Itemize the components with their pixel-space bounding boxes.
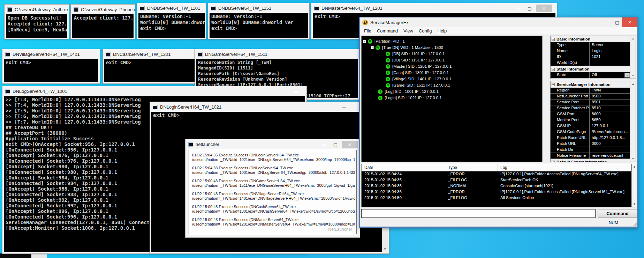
console-icon [5, 52, 10, 57]
minimize-button[interactable] [603, 17, 612, 27]
close-button[interactable] [342, 141, 358, 148]
tree-node-label: [Village] SID : 1401 IP : 127.0.0.1 [392, 77, 452, 81]
property-row[interactable]: Service Port8501 [551, 99, 630, 105]
tree-node[interactable]: S [Master] SID : 1201 IP : 127.0.0.1 [363, 63, 542, 69]
command-input[interactable] [361, 209, 596, 218]
scroll-down-icon[interactable] [630, 156, 636, 162]
property-row[interactable]: ID1021 [551, 54, 630, 60]
log-row[interactable]: 2015-01-02 15:04:34 _ERROR IP[127.0.0.1]… [362, 171, 631, 177]
collapse-icon[interactable] [552, 38, 555, 41]
log-row[interactable]: 2015-01-02 15:04:50 _FILELOG All Service… [362, 195, 631, 201]
close-button[interactable] [622, 17, 637, 27]
scrollbar[interactable] [630, 81, 636, 162]
property-row-state[interactable]: State Off [551, 72, 630, 78]
property-row[interactable]: Service Patcher Port8510 [551, 105, 630, 111]
prop-section-header[interactable]: State Information [551, 66, 630, 72]
tree-node[interactable]: S [Cash] SID : 1301 IP : 127.0.0.1 [363, 69, 542, 76]
scrollbar[interactable] [631, 164, 637, 207]
column-header-log[interactable]: Log [498, 164, 631, 171]
menu-item[interactable]: Command [374, 28, 401, 34]
property-row[interactable]: TypeServer [551, 42, 630, 48]
log-row[interactable]: 2015-01-02 15:04:36 _ERROR IP[127.0.0.1]… [362, 189, 631, 195]
title-bar[interactable]: C:\sever\Gateway_Phone.exe [71, 5, 135, 14]
console-window-dncash-1301: DNCashServer64_TW_1301 exit CMD> [103, 49, 197, 84]
tree-node[interactable]: S [Village] SID : 1401 IP : 127.0.0.1 [363, 76, 542, 82]
property-row[interactable]: Patch Base URLhttp://127.0.0.1:8... [551, 135, 630, 141]
close-button[interactable] [536, 5, 552, 12]
property-row[interactable]: World ID(s) [551, 60, 630, 66]
prop-section-header[interactable]: ServiceManager Information [551, 81, 630, 88]
menu-item[interactable]: Help [434, 28, 449, 34]
property-row[interactable]: GSM CodePage/Server/adminrequ... [551, 129, 630, 135]
property-row[interactable]: Patch Dir [551, 147, 630, 153]
resize-grip-icon[interactable] [633, 221, 637, 226]
tree-node[interactable]: - W [True DN] WID : 1 MaxUser : 1500 [363, 44, 542, 51]
maximize-button[interactable] [525, 5, 535, 12]
tree-node[interactable]: S [Game] SID : 1511 IP : 127.0.0.1 [363, 82, 542, 88]
console-icon [74, 7, 78, 12]
maximize-button[interactable] [612, 17, 622, 27]
scroll-down-icon[interactable] [632, 201, 637, 207]
title-bar[interactable]: D ServiceManagerEx [360, 17, 637, 27]
title-bar[interactable]: C:\sever\Gateway_Auth.exe [5, 5, 69, 14]
minimize-button[interactable] [319, 141, 329, 148]
title-bar[interactable]: DNDBServer64_TW_1151 [208, 3, 309, 13]
tree-node[interactable]: S [Log] SID : 1001 IP : 127.0.0.1 [363, 88, 542, 95]
property-row[interactable]: Patch URL0000 [551, 141, 630, 147]
column-header-type[interactable]: Type [445, 164, 498, 171]
menu-item[interactable]: Config [416, 28, 435, 34]
prop-section-header[interactable]: Basic Information [551, 36, 630, 42]
property-row[interactable]: Notice Filenamereservenotice.xml [551, 153, 630, 159]
tree-node[interactable]: S [DB] SID : 1101 IP : 127.0.0.1 [363, 51, 542, 57]
taskbar-icon-fragment[interactable] [31, 253, 47, 258]
property-row[interactable]: RegionTWN [551, 88, 630, 94]
tree-node[interactable]: S [DB] SID : 1151 IP : 127.0.0.1 [363, 57, 542, 63]
collapse-icon[interactable] [552, 68, 555, 71]
panel-splitter[interactable] [543, 36, 550, 162]
property-row[interactable]: Monitor Port8650 [551, 117, 630, 123]
maximize-button[interactable] [331, 141, 340, 148]
launch-entry: 01/02 15:00:43 Execute Success (DNGameSe… [192, 179, 355, 188]
console-window-dnvillage-1401: DNVillageServerRH64_TW_1401 exit CMD> [2, 49, 100, 84]
scroll-down-icon[interactable] [382, 246, 388, 252]
scrollbar[interactable] [630, 36, 636, 79]
log-row[interactable]: 2015-01-02 15:04:35 _FILELOG StartServic… [362, 177, 631, 183]
command-button[interactable]: Command [598, 209, 637, 218]
scroll-up-icon[interactable] [630, 81, 636, 87]
title-bar[interactable]: DNLogServer64_TW_1001 [2, 86, 306, 96]
scroll-up-icon[interactable] [632, 164, 637, 170]
title-bar[interactable]: DNVillageServerRH64_TW_1401 [2, 49, 100, 59]
property-row[interactable]: NameLogin [551, 48, 630, 54]
log-row[interactable]: 2015-01-02 15:04:35 _NORMAL ConsoleCmd [… [362, 183, 631, 189]
property-row[interactable]: GSM Port8600 [551, 111, 630, 117]
service-status-icon: S [378, 89, 382, 94]
column-header-date[interactable]: Date [362, 164, 445, 171]
console-icon [140, 6, 145, 10]
tree-node-label: [Partition] PID : 1 [374, 39, 405, 43]
title-bar[interactable]: DNDBServer64_TW_1101 [137, 3, 206, 13]
tree-node[interactable]: S [Login] SID : 1021 IP : 127.0.0.1 [363, 95, 542, 101]
expand-icon[interactable] [552, 161, 555, 162]
title-bar[interactable]: DNLoginServerH64_TW_1021 [150, 102, 389, 112]
property-row[interactable]: GSM IP127.0.0.1 [551, 123, 630, 129]
minimize-button[interactable] [514, 5, 523, 12]
collapse-icon[interactable] [552, 83, 555, 86]
window-title: C:\sever\Gateway_Auth.exe [15, 7, 69, 12]
title-bar[interactable]: DNCashServer64_TW_1301 [103, 49, 196, 59]
menu-item[interactable]: File [361, 28, 374, 34]
scroll-up-icon[interactable] [630, 36, 636, 42]
menu-item[interactable]: View [401, 28, 416, 34]
property-row[interactable]: NetLauncher Port8500 [551, 94, 630, 99]
title-bar[interactable]: DNGameServerH64_TW_1511 [195, 49, 359, 59]
taskbar-fragment[interactable] [0, 253, 31, 258]
tree-node-label: [DB] SID : 1101 IP : 127.0.0.1 [392, 52, 445, 56]
console-icon [7, 7, 12, 12]
state-dropdown-icon[interactable] [624, 73, 630, 78]
minimize-button[interactable] [339, 103, 349, 111]
scroll-down-icon[interactable] [630, 73, 636, 79]
tree-node[interactable]: - P [Partition] PID : 1 [363, 38, 542, 44]
minimize-button[interactable] [291, 88, 301, 95]
service-status-icon: S [378, 96, 382, 100]
command-bar: Command [361, 209, 636, 218]
prop-section-header-collapsed[interactable]: Default Server Information [551, 159, 630, 162]
